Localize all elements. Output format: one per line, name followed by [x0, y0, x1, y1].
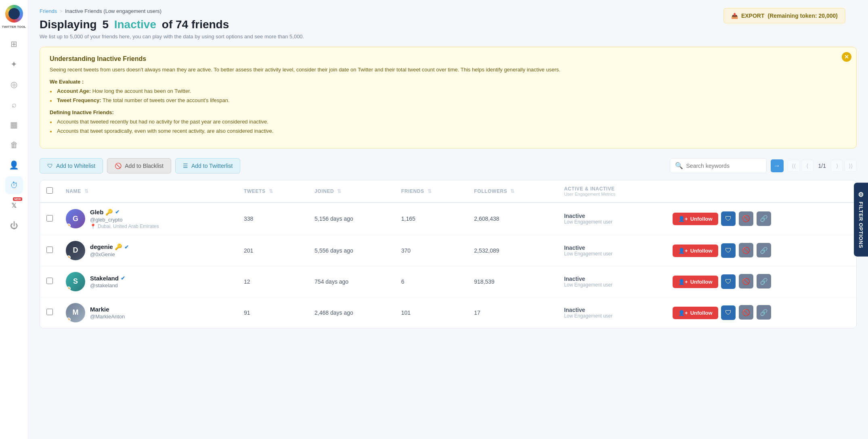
col-name[interactable]: NAME ⇅ [59, 180, 237, 203]
title-suffix: of 74 friends [162, 18, 229, 31]
block-button-markie[interactable]: 🚫 [739, 305, 753, 320]
sidebar-item-x-new[interactable]: 𝕏 NEW [5, 197, 23, 214]
user-details-gleb: Gleb 🔑 ✔ @gleb_crypto 📍 Dubai, United Ar… [90, 209, 159, 229]
row-checkbox-gleb[interactable] [46, 215, 53, 222]
col-followers[interactable]: FOLLOWERS ⇅ [468, 180, 558, 203]
col-friends[interactable]: FRIENDS ⇅ [395, 180, 468, 203]
whitelist-button-markie[interactable]: 🛡 [721, 305, 736, 320]
row-checkbox-cell [40, 203, 59, 235]
whitelist-button-stakeland[interactable]: 🛡 [721, 274, 736, 289]
add-to-blacklist-button[interactable]: 🚫 Add to Blacklist [107, 158, 171, 174]
twitterlist-icon: ☰ [183, 163, 188, 169]
blacklist-block-icon: 🚫 [115, 163, 122, 169]
export-icon: 📤 [731, 13, 738, 19]
new-badge: NEW [13, 197, 22, 201]
sidebar-item-search[interactable]: ⌕ [5, 96, 23, 113]
user-details-stakeland: Stakeland ✔ @stakeland [90, 275, 125, 288]
joined-markie: 2,468 days ago [308, 297, 395, 328]
user-handle-gleb: @gleb_crypto [90, 217, 159, 223]
search-go-button[interactable]: → [771, 159, 784, 172]
col-tweets[interactable]: TWEETS ⇅ [237, 180, 308, 203]
block-button-gleb[interactable]: 🚫 [739, 211, 753, 226]
info-box: ✕ Understanding Inactive Friends Seeing … [40, 47, 857, 148]
table-body: G Gleb 🔑 ✔ @gleb_crypto [40, 203, 856, 328]
row-checkbox-stakeland[interactable] [46, 278, 53, 284]
pagination-first-button[interactable]: ⟨⟨ [788, 160, 800, 172]
sidebar-item-dashboard[interactable]: ⊞ [5, 35, 23, 53]
user-cell-gleb: G Gleb 🔑 ✔ @gleb_crypto [59, 203, 237, 235]
logo-text: TWITTER TOOL [2, 25, 26, 29]
unfollow-icon-gleb: 👤+ [678, 216, 688, 222]
user-details-degenie: degenie 🔑 ✔ @0xGenie [90, 243, 129, 257]
sidebar-item-network[interactable]: ✦ [5, 55, 23, 73]
user-handle-markie: @MarkieAnton [90, 314, 125, 320]
evaluate-item-2: Tweet Frequency: The total number of twe… [50, 96, 847, 105]
link-button-gleb[interactable]: 🔗 [757, 211, 771, 226]
block-button-stakeland[interactable]: 🚫 [739, 274, 753, 288]
content-area: 📤 EXPORT (Remaining token: 20,000) Frien… [28, 0, 868, 439]
friends-gleb: 1,165 [395, 203, 468, 235]
whitelist-button-gleb[interactable]: 🛡 [721, 211, 736, 226]
whitelist-label: Add to Whitelist [56, 163, 95, 169]
joined-degenie: 5,556 days ago [308, 235, 395, 266]
unfollow-button-degenie[interactable]: 👤+ Unfollow [673, 245, 718, 257]
pagination-last-button[interactable]: ⟩⟩ [845, 160, 857, 172]
sidebar-item-users[interactable]: 👤 [5, 156, 23, 174]
row-checkbox-degenie[interactable] [46, 247, 53, 253]
link-button-degenie[interactable]: 🔗 [757, 243, 771, 257]
defining-label: Defining Inactive Friends: [50, 109, 847, 115]
row-checkbox-markie[interactable] [46, 309, 53, 315]
export-button[interactable]: 📤 EXPORT (Remaining token: 20,000) [723, 8, 845, 23]
followers-degenie: 2,532,089 [468, 235, 558, 266]
sidebar-item-target[interactable]: ◎ [5, 75, 23, 93]
breadcrumb-parent[interactable]: Friends [40, 8, 57, 14]
online-indicator-stakeland [67, 286, 71, 291]
status-cell-degenie: Inactive Low Engagement user [558, 235, 666, 266]
tweets-markie: 91 [237, 297, 308, 328]
sort-tweets-icon: ⇅ [269, 188, 273, 194]
search-input[interactable] [686, 163, 761, 169]
sidebar-item-activity[interactable]: ⏱ [5, 176, 23, 194]
user-info-degenie: D degenie 🔑 ✔ @0xGenie [66, 241, 231, 260]
col-status: ACTIVE & INACTIVE User Engagement Metric… [558, 180, 666, 203]
unfollow-button-stakeland[interactable]: 👤+ Unfollow [673, 276, 718, 288]
user-location-gleb: 📍 Dubai, United Arab Emirates [90, 224, 159, 229]
evaluate-label: We Evaluate : [50, 79, 847, 85]
actions-cell-degenie: 👤+ Unfollow 🛡 🚫 🔗 [666, 235, 856, 266]
status-cell-stakeland: Inactive Low Engagement user [558, 266, 666, 297]
link-button-markie[interactable]: 🔗 [757, 305, 771, 320]
sidebar-item-power[interactable]: ⏻ [5, 217, 23, 234]
col-joined[interactable]: JOINED ⇅ [308, 180, 395, 203]
pagination-prev-button[interactable]: ⟨ [801, 160, 813, 172]
filter-options-tab[interactable]: ⚙ FILTER OPTIONS [854, 183, 868, 257]
sidebar-item-analytics[interactable]: ▦ [5, 116, 23, 134]
sort-followers-icon: ⇅ [510, 188, 515, 194]
table-row: M Markie @MarkieAnton [40, 297, 856, 328]
evaluate-item-1: Account Age: How long the account has be… [50, 87, 847, 95]
whitelist-button-degenie[interactable]: 🛡 [721, 243, 736, 258]
status-sub-markie: Low Engagement user [564, 313, 660, 319]
select-all-checkbox[interactable] [46, 187, 53, 194]
row-checkbox-cell [40, 266, 59, 297]
info-box-close-button[interactable]: ✕ [842, 52, 851, 62]
unfollow-button-markie[interactable]: 👤+ Unfollow [673, 307, 718, 319]
blacklist-label: Add to Blacklist [125, 163, 164, 169]
user-name-markie: Markie [90, 306, 125, 313]
status-sub-degenie: Low Engagement user [564, 251, 660, 257]
block-button-degenie[interactable]: 🚫 [739, 243, 753, 257]
location-icon-gleb: 📍 [90, 224, 96, 229]
unfollow-button-gleb[interactable]: 👤+ Unfollow [673, 213, 718, 225]
pagination-next-button[interactable]: ⟩ [831, 160, 843, 172]
status-sub-gleb: Low Engagement user [564, 219, 660, 225]
table-header: NAME ⇅ TWEETS ⇅ JOINED ⇅ FRIENDS ⇅ FOLLO [40, 180, 856, 203]
add-to-whitelist-button[interactable]: 🛡 Add to Whitelist [40, 158, 103, 174]
actions-cell-stakeland: 👤+ Unfollow 🛡 🚫 🔗 [666, 266, 856, 297]
defining-item-2: Accounts that tweet sporadically, even w… [50, 127, 847, 135]
search-icon: 🔍 [675, 162, 683, 169]
sidebar-item-trash[interactable]: 🗑 [5, 136, 23, 154]
search-wrapper: 🔍 [670, 158, 767, 173]
followers-markie: 17 [468, 297, 558, 328]
add-to-twitterlist-button[interactable]: ☰ Add to Twitterlist [175, 158, 240, 174]
sort-friends-icon: ⇅ [428, 188, 432, 194]
link-button-stakeland[interactable]: 🔗 [757, 274, 771, 288]
